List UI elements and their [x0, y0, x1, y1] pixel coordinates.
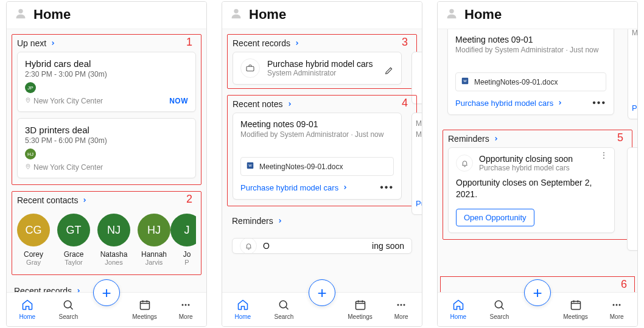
note-card-peek[interactable]: M P	[628, 29, 637, 119]
page-title: Home	[464, 7, 502, 23]
home-icon	[452, 299, 464, 312]
profile-avatar-icon[interactable]	[14, 7, 27, 23]
header: Home	[222, 2, 422, 29]
kebab-menu-icon[interactable]: ⋮	[600, 154, 608, 156]
svg-point-2	[27, 166, 29, 167]
calendar-icon	[354, 299, 366, 312]
record-subtitle: System Administrator	[267, 69, 373, 77]
svg-rect-9	[247, 66, 254, 71]
record-card[interactable]: Purchase hybrid model cars System Admini…	[233, 52, 402, 85]
nav-more[interactable]: More	[600, 299, 633, 320]
nav-meetings[interactable]: Meetings	[344, 299, 377, 320]
note-attachment[interactable]: W MeetingNotes-09-01.docx	[455, 72, 606, 91]
contact-item[interactable]: GT Grace Taylor	[57, 214, 90, 266]
reminder-card-peek[interactable]	[627, 147, 637, 251]
open-opportunity-button[interactable]: Open Opportunity	[456, 209, 534, 226]
fab-add-button[interactable]: +	[309, 279, 335, 306]
nav-home[interactable]: Home	[11, 299, 44, 320]
more-icon	[180, 299, 192, 312]
nav-search[interactable]: Search	[483, 299, 516, 320]
event-title: 3D printers deal	[25, 125, 188, 135]
profile-avatar-icon[interactable]	[229, 7, 243, 23]
contact-item[interactable]: NJ Natasha Jones	[97, 214, 130, 266]
reminder-subtitle: Purchase hybrid model cars	[479, 164, 573, 172]
attendee-avatar: JP	[25, 82, 36, 93]
nav-search[interactable]: Search	[52, 299, 85, 320]
more-actions-icon[interactable]: •••	[380, 182, 394, 193]
note-attachment[interactable]: W MeetingNotes-09-01.docx	[240, 157, 394, 176]
profile-avatar-icon[interactable]	[445, 7, 458, 23]
event-card[interactable]: 3D printers deal 5:30 PM - 6:00 PM (30m)…	[17, 118, 196, 178]
reminder-body: Opportunity closes on September 2, 2021.	[456, 177, 607, 200]
svg-point-17	[449, 9, 453, 13]
nav-more[interactable]: More	[385, 299, 418, 320]
more-icon	[611, 299, 623, 312]
nav-more[interactable]: More	[169, 299, 202, 320]
nav-search[interactable]: Search	[267, 299, 300, 320]
svg-point-16	[404, 304, 405, 306]
home-icon	[237, 299, 249, 312]
annotation-label: 2	[186, 193, 192, 206]
annotation-label: 4	[402, 97, 408, 110]
contact-item[interactable]: CG Corey Gray	[17, 214, 50, 266]
contact-avatar: CG	[17, 214, 50, 246]
contact-avatar: NJ	[97, 214, 130, 246]
more-actions-icon[interactable]: •••	[592, 97, 606, 108]
event-time: 5:30 PM - 6:00 PM (30m)	[25, 136, 188, 145]
svg-text:W: W	[248, 164, 252, 167]
contact-item[interactable]: HJ Hannah Jarvis	[138, 214, 170, 266]
section-header-reminders[interactable]: Reminders	[232, 216, 412, 226]
bell-icon	[240, 238, 257, 254]
svg-point-0	[18, 9, 23, 13]
event-card[interactable]: Hybrid cars deal 2:30 PM - 3:00 PM (30m)…	[17, 52, 196, 112]
svg-point-14	[397, 304, 399, 306]
contact-avatar: J	[170, 214, 196, 246]
event-title: Hybrid cars deal	[25, 58, 188, 69]
section-recent-notes: 4 Recent notes Meeting notes 09-01 Modif…	[227, 95, 417, 206]
fab-add-button[interactable]: +	[524, 279, 551, 306]
section-header-reminders[interactable]: Reminders	[448, 134, 627, 144]
reminder-card-partial[interactable]: O ing soon	[232, 238, 412, 254]
bottom-nav: + Home Search Meetings More	[7, 292, 206, 326]
header: Home	[7, 2, 206, 29]
attendee-avatar: HJ	[25, 148, 36, 159]
note-card[interactable]: Meeting notes 09-01 Modified by System A…	[233, 113, 402, 200]
chevron-right-icon	[294, 38, 300, 48]
section-header-recent-records[interactable]: Recent records	[233, 38, 411, 48]
home-icon	[21, 299, 33, 312]
contact-avatar: HJ	[138, 214, 170, 246]
now-badge: NOW	[169, 97, 188, 105]
related-opportunity-link[interactable]: Purchase hybrid model cars	[455, 99, 563, 108]
note-card-peek[interactable]: M M Pu	[411, 113, 422, 215]
note-card[interactable]: Meeting notes 09-01 Modified by System A…	[447, 29, 614, 115]
contact-item[interactable]: J Jo P	[178, 214, 196, 266]
section-header-recent-contacts[interactable]: Recent contacts	[17, 195, 196, 205]
reminder-card[interactable]: ⋮ Opportunity closing soon Purchase hybr…	[448, 147, 615, 233]
section-header-up-next[interactable]: Up next	[17, 38, 196, 48]
location-pin-icon	[25, 97, 31, 105]
nav-meetings[interactable]: Meetings	[559, 299, 592, 320]
svg-point-22	[613, 304, 615, 306]
note-subtitle: Modified by System Administrator · Just …	[455, 46, 606, 54]
svg-point-5	[182, 304, 184, 306]
calendar-icon	[570, 299, 582, 312]
location-pin-icon	[25, 163, 31, 172]
chevron-right-icon	[50, 38, 56, 48]
nav-meetings[interactable]: Meetings	[128, 299, 161, 320]
related-opportunity-link[interactable]: Purchase hybrid model cars	[240, 183, 348, 192]
section-header-recent-notes[interactable]: Recent notes	[233, 99, 411, 109]
page-title: Home	[33, 7, 71, 23]
event-time: 2:30 PM - 3:00 PM (30m)	[25, 70, 188, 79]
nav-home[interactable]: Home	[226, 299, 259, 320]
search-icon	[278, 299, 290, 312]
fab-add-button[interactable]: +	[93, 279, 120, 306]
search-icon	[493, 299, 505, 312]
nav-home[interactable]: Home	[442, 299, 475, 320]
svg-point-1	[27, 99, 29, 100]
briefcase-icon	[240, 58, 260, 78]
event-location: New York City Center	[25, 97, 188, 105]
edit-icon[interactable]	[384, 66, 394, 78]
record-title: Purchase hybrid model cars	[267, 59, 373, 69]
word-document-icon: W	[461, 77, 469, 87]
svg-point-3	[65, 301, 72, 308]
